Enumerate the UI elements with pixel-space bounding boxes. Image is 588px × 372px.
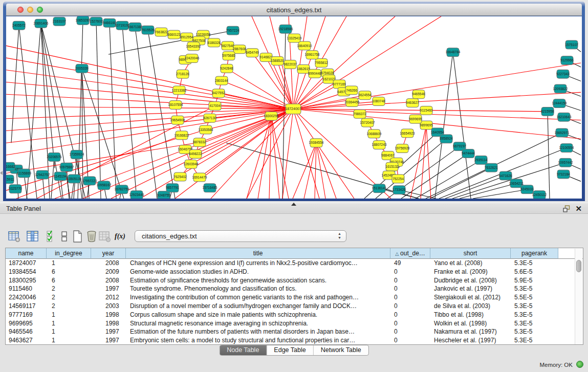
graph-edge[interactable] <box>473 189 527 199</box>
graph-node[interactable]: 8878332 <box>193 138 206 147</box>
network-window-titlebar[interactable]: citations_edges.txt <box>6 4 582 16</box>
graph-edge[interactable] <box>293 109 354 199</box>
graph-node[interactable]: 8660123 <box>167 30 181 39</box>
graph-node[interactable]: 9465546 <box>412 90 425 99</box>
graph-node[interactable]: 19166822 <box>175 131 189 140</box>
graph-edge[interactable] <box>316 143 336 199</box>
tab-edge-table[interactable]: Edge Table <box>267 345 313 355</box>
graph-edge[interactable] <box>315 143 316 199</box>
graph-node[interactable]: 8454749 <box>246 49 259 57</box>
graph-node[interactable]: 8498222 <box>189 150 202 159</box>
node-attribute-table[interactable]: namein_degreeyeartitle△out_de…shortpager… <box>5 248 583 345</box>
graph-node[interactable]: 16914479 <box>192 173 207 182</box>
graph-node[interactable]: 7957224 <box>226 26 239 35</box>
table-row[interactable]: 1830029562008Estimation of significance … <box>6 276 583 285</box>
table-row[interactable]: 2242004622012Investigating the contribut… <box>6 293 583 302</box>
graph-edge[interactable] <box>426 125 431 199</box>
collapse-panel-arrow-icon[interactable] <box>0 171 3 175</box>
column-header-pagerank[interactable]: pagerank <box>511 248 558 259</box>
graph-node[interactable]: 12093822 <box>553 84 568 93</box>
graph-node[interactable]: 19756928 <box>395 144 410 153</box>
graph-node[interactable]: 17957223 <box>82 177 97 185</box>
graph-node[interactable]: 16782759 <box>115 185 129 194</box>
graph-node[interactable]: 12100554 <box>559 144 574 152</box>
graph-node[interactable]: 2935114 <box>475 156 488 164</box>
graph-edge[interactable] <box>316 143 325 199</box>
graph-node[interactable]: 2867608 <box>233 45 246 54</box>
graph-node[interactable]: 7663822 <box>155 28 168 36</box>
graph-node[interactable]: 18300295 <box>264 112 279 120</box>
graph-node[interactable]: 6471626 <box>499 171 512 180</box>
graph-node[interactable]: 9777169 <box>333 80 346 89</box>
graph-edge[interactable] <box>6 58 293 109</box>
graph-node[interactable]: 12603948 <box>184 160 199 168</box>
graph-node[interactable]: 18807243 <box>372 141 387 149</box>
graph-edge[interactable] <box>111 109 293 199</box>
graph-node[interactable]: 1733426 <box>393 186 406 194</box>
graph-node[interactable]: 9242848 <box>220 64 233 73</box>
graph-node[interactable]: 15716485 <box>203 184 217 192</box>
network-graph[interactable]: 2405572206914062163107106532871527602946… <box>6 16 582 199</box>
graph-edge[interactable] <box>41 24 55 168</box>
scrollbar-thumb[interactable] <box>576 260 581 272</box>
graph-node[interactable]: 7615526 <box>141 26 155 34</box>
graph-node[interactable]: 417004 <box>209 102 221 111</box>
float-panel-icon[interactable] <box>563 205 571 212</box>
graph-edge[interactable] <box>96 21 101 199</box>
graph-edge[interactable] <box>135 27 157 199</box>
graph-node[interactable]: 17359924 <box>70 150 84 159</box>
graph-node[interactable]: 12942757 <box>35 170 50 179</box>
graph-node[interactable]: 12450112 <box>532 191 547 199</box>
graph-node[interactable]: 3624554 <box>358 91 372 100</box>
column-header-name[interactable]: name <box>6 248 47 259</box>
table-row[interactable]: 1872400712008Changes of HCN gene express… <box>6 259 583 268</box>
graph-node[interactable]: 9129966 <box>560 56 574 65</box>
graph-node[interactable]: 8958924 <box>440 135 453 143</box>
close-panel-icon[interactable]: ✕ <box>575 204 582 213</box>
graph-node[interactable]: 10958167 <box>97 181 112 190</box>
graph-edge[interactable] <box>211 109 293 199</box>
graph-edge[interactable] <box>6 70 293 109</box>
graph-node[interactable]: 752254 <box>392 174 404 183</box>
graph-node[interactable]: 3915911 <box>6 175 14 184</box>
graph-edge[interactable] <box>452 163 565 199</box>
graph-node[interactable]: 1575107 <box>565 40 578 49</box>
graph-node[interactable]: 7625402 <box>173 172 187 181</box>
graph-node[interactable]: 10688609 <box>367 129 382 138</box>
new-table-icon[interactable] <box>72 230 84 243</box>
graph-node[interactable]: 8267130 <box>203 114 216 122</box>
table-row[interactable]: 911546021997Tourette syndrome. Phenomeno… <box>6 285 583 293</box>
graph-node[interactable]: 8427552 <box>212 89 225 98</box>
graph-node[interactable]: 9857791 <box>166 184 179 192</box>
graph-edge[interactable] <box>6 142 200 173</box>
graph-node[interactable]: 9822037 <box>284 60 297 69</box>
graph-node[interactable]: 19654908 <box>170 116 185 124</box>
show-columns-icon[interactable] <box>27 230 39 243</box>
graph-node[interactable]: 1145194 <box>54 172 67 181</box>
graph-node[interactable]: 16210643 <box>557 113 572 121</box>
graph-node[interactable]: 10653287 <box>76 16 91 25</box>
graph-node[interactable]: 9699695 <box>409 115 422 123</box>
column-header-in_degree[interactable]: in_degree <box>47 248 91 259</box>
graph-node[interactable]: 8215958 <box>541 107 554 116</box>
graph-node[interactable]: 9827546 <box>221 41 234 50</box>
graph-node[interactable]: 16543392 <box>186 42 201 51</box>
table-vertical-scrollbar[interactable] <box>575 249 582 344</box>
graph-node[interactable]: 12444158 <box>552 99 567 108</box>
graph-node[interactable]: 11156869 <box>17 169 31 178</box>
graph-node[interactable]: 16648784 <box>446 48 461 57</box>
graph-node[interactable]: 9325770 <box>9 185 22 193</box>
graph-node[interactable]: 22420046 <box>185 54 200 63</box>
column-header-year[interactable]: year <box>91 248 126 259</box>
graph-node[interactable]: 16961758 <box>305 51 320 59</box>
graph-node[interactable]: 2718126 <box>176 70 189 78</box>
graph-node[interactable]: 2005339 <box>75 64 89 73</box>
table-row[interactable]: 1938455462009Genome-wide association stu… <box>6 268 583 276</box>
delete-table-icon[interactable] <box>85 230 98 243</box>
table-row[interactable]: 977716911998Corpus callosum shape and si… <box>6 311 583 319</box>
graph-edge[interactable] <box>293 143 316 199</box>
graph-node[interactable]: 2405572 <box>12 21 26 30</box>
graph-node[interactable]: 13505135 <box>67 174 82 183</box>
table-row[interactable]: 969969511998Structural magnetic resonanc… <box>6 319 583 328</box>
graph-node[interactable]: 8186328 <box>207 38 221 47</box>
